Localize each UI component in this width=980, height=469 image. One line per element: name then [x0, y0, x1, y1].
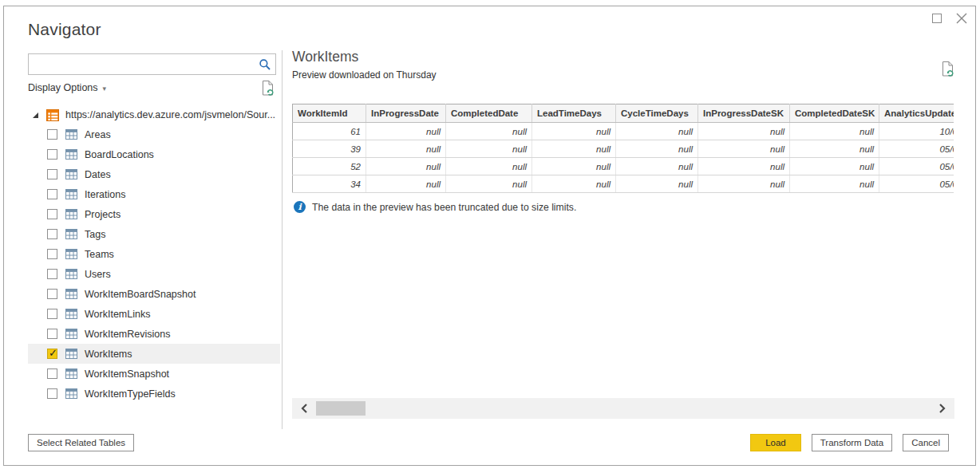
truncation-notice: i The data in the preview has been trunc…: [294, 201, 576, 213]
load-button[interactable]: Load: [750, 434, 801, 451]
table-cell: 34: [293, 175, 366, 193]
table-checkbox[interactable]: [47, 209, 57, 219]
column-header: WorkItemId: [293, 104, 366, 123]
table-cell: null: [366, 175, 446, 193]
tree-item-boardlocations[interactable]: BoardLocations: [28, 144, 280, 164]
footer-actions: Load Transform Data Cancel: [750, 434, 949, 451]
search-icon[interactable]: [259, 58, 271, 71]
tree-item-workitemrevisions[interactable]: WorkItemRevisions: [28, 324, 280, 344]
maximize-icon[interactable]: [932, 14, 942, 23]
table-icon: [65, 129, 77, 140]
table-cell: null: [698, 140, 790, 158]
table-icon: [65, 368, 77, 379]
refresh-preview-icon[interactable]: [941, 61, 954, 77]
tree-item-workitems[interactable]: WorkItems: [28, 344, 280, 364]
tree-item-label: Teams: [85, 249, 114, 260]
navigator-dialog: Navigator Display Options▾: [3, 6, 976, 466]
display-options-row: Display Options▾: [28, 80, 276, 99]
table-cell: 05/03/2020: [879, 158, 954, 175]
tree-root-source[interactable]: https://analytics.dev.azure.com/jsvmelon…: [28, 105, 280, 124]
table-checkbox[interactable]: [47, 388, 57, 399]
table-row: 34nullnullnullnullnullnull05/03/2020: [293, 175, 954, 193]
preview-title: WorkItems: [292, 49, 358, 65]
table-cell: 52: [293, 158, 366, 175]
tree-item-tags[interactable]: Tags: [28, 224, 280, 244]
table-checkbox[interactable]: [47, 289, 57, 299]
table-icon: [65, 169, 77, 179]
table-cell: null: [532, 175, 616, 193]
table-icon: [65, 249, 77, 259]
tree-item-workitemlinks[interactable]: WorkItemLinks: [28, 304, 280, 324]
scroll-left-icon[interactable]: [300, 403, 308, 414]
horizontal-scrollbar[interactable]: [292, 398, 954, 419]
pane-divider: [282, 50, 283, 429]
table-cell: null: [790, 123, 879, 140]
table-cell: null: [366, 140, 446, 158]
table-checkbox[interactable]: [47, 189, 57, 199]
table-checkbox[interactable]: [47, 249, 57, 259]
table-cell: null: [616, 175, 698, 193]
preview-table-container: WorkItemIdInProgressDateCompletedDateLea…: [292, 104, 954, 194]
column-header: InProgressDateSK: [698, 104, 790, 123]
tree-item-list: Areas BoardLocations Dates Iterations: [28, 124, 280, 404]
scroll-right-icon[interactable]: [939, 403, 946, 414]
table-cell: 10/03/2020: [879, 123, 954, 140]
preview-table-header-row: WorkItemIdInProgressDateCompletedDateLea…: [293, 104, 954, 123]
table-cell: null: [446, 123, 532, 140]
tree-item-label: WorkItemLinks: [85, 309, 150, 320]
expand-collapse-icon[interactable]: [33, 112, 38, 118]
display-options-dropdown[interactable]: Display Options▾: [28, 82, 106, 93]
table-checkbox[interactable]: [47, 309, 57, 319]
table-cell: 61: [293, 123, 366, 140]
table-checkbox[interactable]: [47, 269, 57, 279]
table-checkbox[interactable]: [47, 229, 57, 239]
table-checkbox[interactable]: [47, 349, 57, 359]
table-checkbox[interactable]: [47, 129, 57, 140]
table-cell: null: [532, 140, 616, 158]
table-checkbox[interactable]: [47, 149, 57, 160]
table-cell: 05/03/2020: [879, 175, 954, 193]
table-cell: 05/03/2020: [879, 140, 954, 158]
tree-item-users[interactable]: Users: [28, 264, 280, 284]
column-header: InProgressDate: [366, 104, 446, 123]
table-cell: null: [790, 175, 879, 193]
truncation-notice-text: The data in the preview has been truncat…: [312, 202, 576, 213]
tree-item-label: Iterations: [85, 189, 125, 200]
table-cell: null: [698, 175, 790, 193]
table-cell: null: [366, 158, 446, 175]
preview-table-body: 61nullnullnullnullnullnull10/03/202039nu…: [293, 123, 954, 193]
display-options-label: Display Options: [28, 82, 98, 93]
tree-item-iterations[interactable]: Iterations: [28, 184, 280, 204]
refresh-list-icon[interactable]: [261, 80, 275, 97]
transform-data-button[interactable]: Transform Data: [812, 434, 892, 451]
data-source-icon: [46, 109, 59, 121]
tree-item-workitemsnapshot[interactable]: WorkItemSnapshot: [28, 364, 280, 384]
table-checkbox[interactable]: [47, 368, 57, 379]
table-cell: null: [532, 123, 616, 140]
table-checkbox[interactable]: [47, 329, 57, 339]
table-cell: null: [616, 158, 698, 175]
navigation-tree: https://analytics.dev.azure.com/jsvmelon…: [28, 105, 280, 404]
tree-item-label: Projects: [85, 209, 121, 220]
table-icon: [65, 269, 77, 279]
scrollbar-thumb[interactable]: [316, 401, 366, 416]
table-checkbox[interactable]: [47, 169, 57, 179]
close-icon[interactable]: [956, 13, 967, 24]
column-header: CompletedDate: [446, 104, 532, 123]
tree-item-teams[interactable]: Teams: [28, 244, 280, 264]
table-icon: [65, 189, 77, 199]
tree-item-workitemboardsnapshot[interactable]: WorkItemBoardSnapshot: [28, 284, 280, 304]
column-header: CycleTimeDays: [616, 104, 698, 123]
tree-item-label: WorkItemBoardSnapshot: [85, 289, 196, 300]
tree-item-projects[interactable]: Projects: [28, 204, 280, 224]
tree-item-label: Areas: [85, 129, 111, 140]
column-header: CompletedDateSK: [790, 104, 879, 123]
tree-item-workitemtypefields[interactable]: WorkItemTypeFields: [28, 384, 280, 404]
search-input[interactable]: [32, 55, 255, 73]
cancel-button[interactable]: Cancel: [903, 434, 949, 451]
tree-item-dates[interactable]: Dates: [28, 164, 280, 184]
tree-item-label: BoardLocations: [85, 149, 154, 160]
tree-item-areas[interactable]: Areas: [28, 124, 280, 144]
column-header: LeadTimeDays: [532, 104, 616, 123]
select-related-tables-button[interactable]: Select Related Tables: [28, 434, 134, 451]
